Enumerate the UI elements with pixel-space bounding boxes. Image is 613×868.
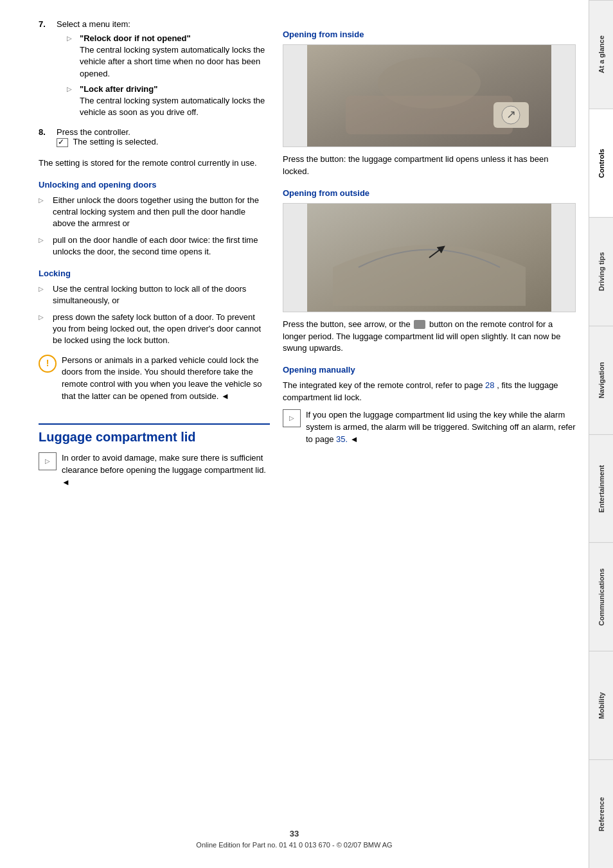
- right-column: Opening from inside: [283, 19, 576, 849]
- luggage-note: ▷ In order to avoid damage, make sure th…: [39, 452, 270, 494]
- triangle-icon-lockafter: ▷: [67, 85, 75, 119]
- sub-bullet-relock: ▷ "Relock door if not opened" The centra…: [67, 33, 270, 80]
- triangle-icon-relock: ▷: [67, 34, 75, 80]
- opening-manually-description: The integrated key of the remote control…: [283, 380, 576, 404]
- lockafter-title: "Lock after driving": [80, 84, 157, 94]
- unlock-bullet-1-text: Either unlock the doors together using t…: [53, 195, 270, 230]
- page-footer: 33 Online Edition for Part no. 01 41 0 0…: [0, 829, 589, 849]
- sub-bullet-relock-text: "Relock door if not opened" The central …: [80, 33, 270, 80]
- opening-inside-description: Press the button: the luggage compartmen…: [283, 154, 576, 178]
- note-triangle-icon: ▷: [39, 452, 57, 470]
- triangle-icon-2: ▷: [39, 236, 48, 258]
- tab-at-a-glance[interactable]: At a glance: [589, 0, 613, 109]
- checkmark-box: [57, 138, 68, 147]
- tab-mobility[interactable]: Mobility: [589, 651, 613, 759]
- warning-text: Persons or animals in a parked vehicle c…: [62, 355, 270, 403]
- locking-bullets: ▷ Use the central locking button to lock…: [39, 283, 270, 347]
- locking-bullet-2: ▷ press down the safety lock button of a…: [39, 312, 270, 347]
- stored-text: The setting is stored for the remote con…: [39, 157, 270, 170]
- unlock-bullet-2: ▷ pull on the door handle of each door t…: [39, 235, 270, 258]
- locking-bullet-1: ▷ Use the central locking button to lock…: [39, 283, 270, 306]
- side-tabs: At a glance Controls Driving tips Naviga…: [589, 0, 613, 868]
- page-number: 33: [0, 829, 589, 838]
- numbered-list: 7. Select a menu item: ▷ "Relock door if…: [39, 19, 270, 147]
- unlocking-heading: Unlocking and opening doors: [39, 180, 270, 190]
- opening-outside-heading: Opening from outside: [283, 188, 576, 198]
- sub-bullet-lockafter-text: "Lock after driving" The central locking…: [80, 84, 270, 119]
- item-7-content: Select a menu item: ▷ "Relock door if no…: [57, 19, 270, 122]
- opening-outside-description: Press the button, see arrow, or the butt…: [283, 319, 576, 355]
- warning-icon: !: [39, 355, 57, 373]
- page-28-link[interactable]: 28: [485, 380, 494, 390]
- numbered-item-8: 8. Press the controller. The setting is …: [39, 127, 270, 147]
- unlock-bullet-1: ▷ Either unlock the doors together using…: [39, 195, 270, 230]
- item-8-content: Press the controller. The setting is sel…: [57, 127, 270, 147]
- luggage-heading: Luggage compartment lid: [39, 423, 270, 445]
- item-8-label: Press the controller.: [57, 127, 130, 137]
- exterior-image: [283, 203, 576, 312]
- item-8-subtext: The setting is selected.: [73, 137, 158, 146]
- sub-bullet-lockafter: ▷ "Lock after driving" The central locki…: [67, 84, 270, 119]
- alarm-note-text: If you open the luggage compartment lid …: [306, 409, 576, 446]
- tab-entertainment[interactable]: Entertainment: [589, 434, 613, 543]
- locking-bullet-2-text: press down the safety lock button of a d…: [53, 312, 270, 347]
- locking-bullet-1-text: Use the central locking button to lock a…: [53, 283, 270, 306]
- item-7-label: Select a menu item:: [57, 19, 130, 29]
- unlocking-bullets: ▷ Either unlock the doors together using…: [39, 195, 270, 258]
- footer-text: Online Edition for Part no. 01 41 0 013 …: [0, 841, 589, 849]
- interior-image: ↗: [283, 44, 576, 147]
- item-8-num: 8.: [39, 127, 51, 147]
- relock-body: The central locking system automatically…: [80, 45, 265, 78]
- unlock-bullet-2-text: pull on the door handle of each door twi…: [53, 235, 270, 258]
- warning-block: ! Persons or animals in a parked vehicle…: [39, 355, 270, 408]
- locking-heading: Locking: [39, 269, 270, 278]
- luggage-note-text: In order to avoid damage, make sure ther…: [62, 452, 270, 489]
- lockafter-body: The central locking system automatically…: [80, 96, 265, 117]
- triangle-icon-1: ▷: [39, 196, 48, 230]
- item-7-num: 7.: [39, 19, 51, 122]
- triangle-icon-3: ▷: [39, 285, 48, 306]
- numbered-item-7: 7. Select a menu item: ▷ "Relock door if…: [39, 19, 270, 122]
- tab-reference[interactable]: Reference: [589, 759, 613, 868]
- tab-driving-tips[interactable]: Driving tips: [589, 217, 613, 326]
- opening-inside-heading: Opening from inside: [283, 30, 576, 39]
- tab-controls[interactable]: Controls: [589, 109, 613, 217]
- tab-communications[interactable]: Communications: [589, 542, 613, 651]
- end-marker-1: ◄: [221, 391, 229, 401]
- opening-manually-heading: Opening manually: [283, 365, 576, 375]
- left-column: 7. Select a menu item: ▷ "Relock door if…: [39, 19, 270, 849]
- triangle-icon-4: ▷: [39, 313, 48, 347]
- svg-text:↗: ↗: [506, 108, 516, 121]
- svg-rect-3: [346, 96, 513, 134]
- luggage-end-marker: ◄: [62, 477, 70, 487]
- check-icon: [57, 137, 73, 146]
- remote-button-icon: [414, 320, 425, 329]
- tab-navigation[interactable]: Navigation: [589, 326, 613, 434]
- relock-title: "Relock door if not opened": [80, 33, 191, 43]
- page-35-link[interactable]: 35.: [336, 434, 348, 444]
- alarm-note-triangle-icon: ▷: [283, 409, 301, 427]
- alarm-note-block: ▷ If you open the luggage compartment li…: [283, 409, 576, 451]
